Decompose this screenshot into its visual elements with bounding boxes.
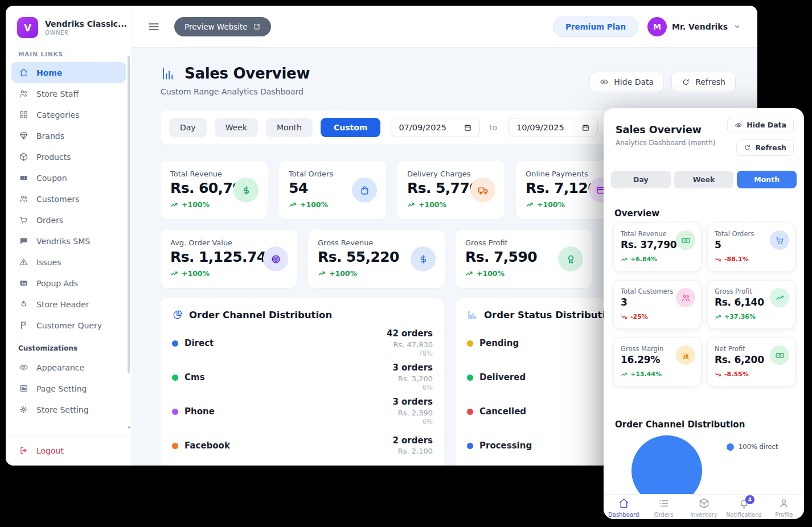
sidebar-item-customers[interactable]: Customers [11,188,126,209]
mobile-stat-total-customers: Total Customers 3 -25% [613,280,702,329]
channel-label: Phone [184,406,215,417]
dollar-icon [233,178,259,203]
sidebar-item-issues[interactable]: Issues [11,252,126,273]
trend-up-icon [318,270,326,278]
channel-dot [172,340,178,347]
user-menu[interactable]: M Mr. Vendriks [647,17,741,36]
mobile-tab-week[interactable]: Week [674,171,734,188]
stat-label: Online Payments [526,170,613,178]
sidebar-item-label: Vendriks SMS [36,237,90,246]
sidebar-item-brands[interactable]: Brands [11,125,126,146]
trend-up-icon [715,314,721,320]
mobile-refresh-button[interactable]: Refresh [736,139,794,156]
refresh-label: Refresh [755,143,786,152]
tab-day[interactable]: Day [169,118,207,137]
stat-trend: +100% [182,269,210,278]
legend-label: 100% direct [739,443,778,451]
store-setting-icon [19,405,28,414]
nav-label: Orders [654,512,674,518]
sidebar-item-label: Store Setting [36,405,89,414]
channel-percent: 78% [387,349,433,359]
mobile-hide-data-button[interactable]: Hide Data [727,117,794,133]
nav-item-profile[interactable]: Profile [764,495,804,519]
sidebar-item-home[interactable]: Home [11,62,126,83]
channel-amount: Rs. 47,830 [387,340,433,350]
sidebar-item-popup-ads[interactable]: Ad Popup Ads [11,273,126,294]
home-icon [19,68,28,77]
channel-orders: 42 orders [387,328,433,339]
nav-item-orders[interactable]: Orders [643,495,683,519]
sidebar-item-appearance[interactable]: Appearance [11,357,126,378]
notifications-badge: 4 [745,495,754,504]
trend-up-icon [289,201,297,209]
refresh-icon [682,78,690,87]
sidebar-item-label: Page Setting [36,384,87,393]
card-title: Order Status Distribution [484,310,618,320]
hide-data-label: Hide Data [747,121,786,129]
trend-up-icon [621,371,628,378]
channel-orders: 2 orders [392,435,433,446]
hide-data-button[interactable]: Hide Data [589,72,664,92]
preview-website-button[interactable]: Preview Website [174,17,271,36]
premium-plan-badge[interactable]: Premium Plan [553,17,638,37]
sidebar-item-products[interactable]: Products [11,146,126,167]
sidebar-item-customer-query[interactable]: Customer Query [11,315,126,336]
dollar-icon [411,246,436,271]
store-identity[interactable]: V Vendriks Classic... OWNER [6,6,132,43]
sidebar-item-orders[interactable]: Orders [11,209,126,230]
calendar-icon [464,123,472,132]
user-name: Mr. Vendriks [672,22,728,31]
status-dot [467,443,473,449]
channel-row-phone: Phone 3 orders Rs. 2,390 6% [172,394,433,429]
sidebar-item-store-header[interactable]: Store Header [11,294,126,315]
mobile-tab-month[interactable]: Month [737,171,797,188]
date-from-input[interactable]: 07/09/2025 [391,118,480,137]
mobile-preview-panel: Sales Overview Analytics Dashboard (mont… [604,108,804,519]
nav-item-notifications[interactable]: 4 Notifications [724,495,764,519]
sidebar-item-label: Issues [36,258,61,267]
mobile-tab-day[interactable]: Day [611,171,671,188]
award-icon [558,246,583,271]
sidebar-item-categories[interactable]: Categories [11,104,126,125]
mobile-bottom-nav: Dashboard Orders Inventory 4 Notificatio… [604,494,804,519]
sidebar-item-store-staff[interactable]: Store Staff [11,83,126,104]
status-dot [467,340,473,347]
home-icon [618,497,630,509]
channel-percent: 6% [392,418,433,427]
channel-orders: 3 orders [392,396,433,407]
hamburger-menu-icon[interactable] [147,20,161,34]
date-to-input[interactable]: 10/09/2025 [508,118,598,137]
sidebar-item-vendriks-sms[interactable]: Vendriks SMS [11,230,126,252]
sidebar-item-label: Customers [36,195,79,204]
brands-icon [19,131,28,141]
nav-label: Dashboard [608,512,639,518]
sidebar-item-coupon[interactable]: Coupon [11,167,126,188]
cart-icon [770,230,789,250]
channel-row-cms: Cms 3 orders Rs. 3,200 6% [172,360,433,394]
tab-week[interactable]: Week [215,118,258,137]
nav-item-inventory[interactable]: Inventory [684,495,724,519]
sidebar-item-page-setting[interactable]: Page Setting [11,378,126,399]
refresh-button[interactable]: Refresh [671,72,736,92]
tab-month[interactable]: Month [266,118,313,137]
status-label: Processing [479,440,532,451]
trending-up-icon [770,288,789,307]
sidebar-item-logout[interactable]: Logout [11,440,126,461]
stat-trend: +37.36% [724,313,756,320]
issues-icon [19,257,28,267]
sidebar-scrollbar[interactable] [128,56,130,373]
sidebar-item-label: Brands [36,131,64,141]
page-title: Sales Overview [184,65,310,82]
sidebar-item-store-setting[interactable]: Store Setting [11,399,126,416]
store-header-icon [19,299,28,309]
tab-custom[interactable]: Custom [321,118,380,137]
bar-chart-icon [467,310,478,320]
sidebar-item-label: Products [36,153,71,162]
sidebar-scroll-chevron-icon[interactable]: ▾ [128,425,130,430]
nav-item-dashboard[interactable]: Dashboard [604,495,643,519]
channel-dot [172,409,178,415]
stat-card-delivery-charges: Delivery Charges Rs. 5,770 +100% [397,161,505,219]
trend-down-icon [715,256,721,263]
truck-icon [470,178,495,203]
eye-icon [600,77,609,87]
